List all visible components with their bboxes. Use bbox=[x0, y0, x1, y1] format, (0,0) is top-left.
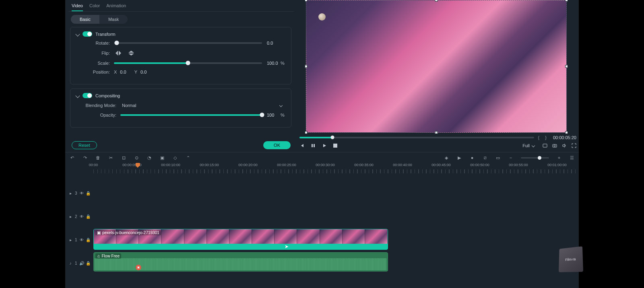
rotate-slider[interactable] bbox=[114, 42, 262, 44]
zoom-slider[interactable] bbox=[521, 157, 549, 158]
audio-marker-icon[interactable] bbox=[136, 265, 141, 270]
scale-value[interactable]: 100.0 bbox=[262, 61, 281, 66]
scale-slider[interactable] bbox=[114, 62, 262, 64]
zoom-fit-icon[interactable]: ▭ bbox=[495, 155, 501, 160]
lock-icon[interactable]: 🔒 bbox=[86, 214, 90, 219]
render-icon[interactable]: ▶ bbox=[456, 155, 462, 160]
position-label: Position: bbox=[76, 70, 114, 74]
crop-icon[interactable]: ⊡ bbox=[121, 155, 126, 160]
chevron-down-icon bbox=[279, 104, 283, 107]
green-screen-icon[interactable]: ▣ bbox=[159, 155, 165, 160]
music-icon: ♫ bbox=[97, 254, 100, 258]
resize-handle[interactable] bbox=[565, 0, 568, 2]
chevron-down-icon[interactable] bbox=[75, 32, 80, 36]
panel-title: Compositing bbox=[95, 93, 120, 98]
timeline-toolbar: ↶ ↷ 🗑 ✂ ⊡ ⊙ ◔ ▣ ◇ ⌃ ◈ ▶ ● ⎚ ▭ − + ☰ bbox=[65, 152, 579, 163]
opacity-value[interactable]: 100 bbox=[262, 113, 281, 117]
mixer-icon[interactable]: ⎚ bbox=[482, 155, 488, 160]
record-icon[interactable]: ● bbox=[469, 155, 475, 160]
track-size-icon[interactable]: ☰ bbox=[569, 155, 575, 160]
panel-transform: Transform Rotate: 0.0 Flip: bbox=[70, 27, 291, 84]
timeline[interactable]: 00:0000:00:05:0000:00:10:0000:00:15:0000… bbox=[65, 163, 579, 288]
resize-handle[interactable] bbox=[435, 0, 438, 2]
track-header-v1: ▸ 1 👁 🔒 bbox=[65, 238, 93, 242]
split-icon[interactable]: ✂ bbox=[108, 155, 114, 160]
position-y-value[interactable]: 0.0 bbox=[140, 70, 147, 74]
track-header-v2: ▸ 2 👁 🔒 bbox=[65, 214, 93, 219]
mark-out-icon[interactable]: } bbox=[543, 135, 548, 140]
compositing-toggle[interactable] bbox=[83, 93, 92, 98]
lock-icon[interactable]: 🔒 bbox=[86, 238, 90, 242]
resize-handle[interactable] bbox=[435, 131, 438, 134]
preview-size-dropdown[interactable]: Full bbox=[519, 142, 539, 149]
chevron-down-icon[interactable] bbox=[75, 93, 80, 98]
lock-icon[interactable]: 🔒 bbox=[86, 191, 90, 195]
resize-handle[interactable] bbox=[565, 65, 568, 68]
video-track-icon: ▸ bbox=[68, 238, 72, 242]
snapshot-icon[interactable] bbox=[552, 143, 557, 148]
color-icon[interactable]: ◔ bbox=[147, 155, 152, 160]
flip-vertical-icon[interactable] bbox=[127, 49, 136, 57]
mark-in-icon[interactable]: { bbox=[537, 135, 541, 140]
resize-handle[interactable] bbox=[305, 65, 308, 68]
svg-rect-0 bbox=[333, 144, 337, 148]
preview-canvas[interactable] bbox=[306, 0, 567, 133]
audio-clip[interactable]: ♫ Flow Free bbox=[93, 252, 388, 272]
preview-progress[interactable] bbox=[299, 137, 534, 138]
track-header-a1: ♪ 1 🔊 🔒 bbox=[65, 261, 93, 265]
tab-color[interactable]: Color bbox=[89, 2, 100, 11]
resize-handle[interactable] bbox=[305, 0, 308, 2]
reset-button[interactable]: Reset bbox=[72, 141, 97, 149]
ok-button[interactable]: OK bbox=[263, 141, 291, 149]
flip-horizontal-icon[interactable] bbox=[114, 49, 123, 57]
lock-icon[interactable]: 🔒 bbox=[86, 261, 90, 265]
zoom-in-icon[interactable]: + bbox=[556, 155, 562, 160]
stop-icon[interactable] bbox=[333, 144, 337, 148]
ruler-tick: 00:00:50:00 bbox=[470, 163, 489, 167]
zoom-out-icon[interactable]: − bbox=[508, 155, 514, 160]
ruler-tick: 00:00:35:00 bbox=[354, 163, 374, 167]
undo-icon[interactable]: ↶ bbox=[69, 155, 75, 160]
panel-compositing: Compositing Blending Mode: Normal Opacit… bbox=[70, 88, 291, 128]
subtab-mask[interactable]: Mask bbox=[99, 15, 128, 24]
visibility-icon[interactable]: 👁 bbox=[80, 214, 84, 219]
playback-quality-icon[interactable] bbox=[543, 143, 547, 148]
flip-label: Flip: bbox=[76, 51, 114, 56]
delete-icon[interactable]: 🗑 bbox=[95, 155, 101, 160]
ruler-tick: 00:00 bbox=[89, 163, 98, 167]
tab-video[interactable]: Video bbox=[72, 2, 83, 11]
opacity-label: Opacity: bbox=[76, 113, 120, 117]
ruler-tick: 00:00:45:00 bbox=[431, 163, 451, 167]
visibility-icon[interactable]: 👁 bbox=[80, 191, 84, 195]
video-clip[interactable]: ▣ pexels-jv-buenconcejo-2719301 ➤ bbox=[93, 229, 388, 250]
ruler-tick: 00:00:20:00 bbox=[238, 163, 258, 167]
position-x-label: X bbox=[114, 70, 117, 74]
opacity-slider[interactable] bbox=[120, 114, 262, 116]
volume-icon[interactable] bbox=[562, 143, 567, 148]
redo-icon[interactable]: ↷ bbox=[82, 155, 88, 160]
marker-icon[interactable]: ◈ bbox=[444, 155, 449, 160]
blending-mode-dropdown[interactable]: Normal bbox=[120, 102, 285, 109]
speed-icon[interactable]: ⊙ bbox=[134, 155, 139, 160]
rotate-value[interactable]: 0.0 bbox=[262, 41, 281, 45]
subtab-basic[interactable]: Basic bbox=[71, 15, 99, 24]
ruler-tick: 00:00:30:00 bbox=[316, 163, 335, 167]
resize-handle[interactable] bbox=[305, 131, 308, 134]
position-x-value[interactable]: 0.0 bbox=[120, 70, 126, 74]
blending-label: Blending Mode: bbox=[76, 103, 120, 108]
keyframe-icon[interactable]: ◇ bbox=[172, 155, 178, 160]
scale-label: Scale: bbox=[76, 61, 114, 66]
mute-icon[interactable]: 🔊 bbox=[80, 261, 84, 265]
play-icon[interactable] bbox=[322, 143, 327, 148]
transform-toggle[interactable] bbox=[83, 31, 92, 37]
fullscreen-icon[interactable] bbox=[572, 143, 576, 148]
play-pause-icon[interactable] bbox=[311, 143, 316, 148]
tab-animation[interactable]: Animation bbox=[106, 2, 126, 11]
adjust-icon[interactable]: ⌃ bbox=[185, 155, 191, 160]
rotate-label: Rotate: bbox=[76, 41, 114, 45]
resize-handle[interactable] bbox=[565, 131, 568, 134]
prev-frame-icon[interactable] bbox=[299, 143, 304, 148]
visibility-icon[interactable]: 👁 bbox=[80, 238, 84, 242]
time-ruler[interactable]: 00:0000:00:05:0000:00:10:0000:00:15:0000… bbox=[93, 163, 579, 173]
ruler-tick: 00:01:00:00 bbox=[547, 163, 567, 167]
